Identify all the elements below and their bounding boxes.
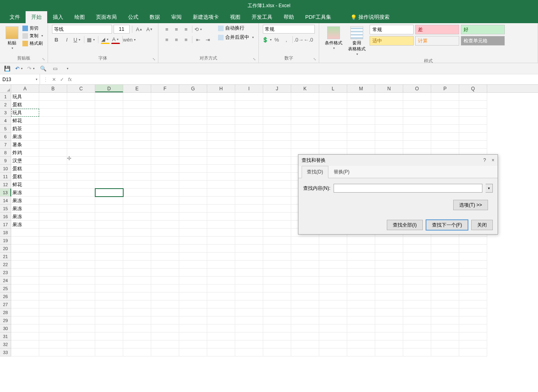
cell-P4[interactable] [431, 117, 459, 125]
name-box-input[interactable] [2, 77, 37, 82]
cell-J33[interactable] [263, 348, 291, 356]
cell-C33[interactable] [67, 348, 95, 356]
cell-A21[interactable] [11, 253, 39, 261]
cell-G4[interactable] [179, 117, 207, 125]
cell-O6[interactable] [403, 133, 431, 141]
ribbon-tab-4[interactable]: 页面布局 [90, 11, 122, 23]
cell-N26[interactable] [375, 293, 403, 300]
cell-O19[interactable] [403, 237, 431, 245]
cell-N4[interactable] [375, 117, 403, 125]
cell-F13[interactable] [151, 189, 179, 197]
cell-D18[interactable] [95, 229, 123, 237]
cell-H10[interactable] [207, 165, 235, 173]
cell-F31[interactable] [151, 332, 179, 340]
cell-F26[interactable] [151, 293, 179, 300]
col-header-H[interactable]: H [207, 85, 235, 92]
style-calc[interactable]: 计算 [415, 36, 459, 46]
cell-J8[interactable] [263, 149, 291, 157]
row-header-12[interactable]: 12 [0, 181, 11, 189]
cell-E14[interactable] [123, 197, 151, 205]
cell-G16[interactable] [179, 213, 207, 221]
cell-K20[interactable] [291, 245, 319, 253]
row-header-15[interactable]: 15 [0, 205, 11, 213]
cell-I11[interactable] [235, 173, 263, 181]
cell-I18[interactable] [235, 229, 263, 237]
cell-D21[interactable] [95, 253, 123, 261]
ribbon-tab-5[interactable]: 公式 [122, 11, 144, 23]
cell-N28[interactable] [375, 308, 403, 316]
cell-N19[interactable] [375, 237, 403, 245]
dialog-close-button[interactable]: × [492, 157, 494, 163]
cell-O31[interactable] [403, 332, 431, 340]
cell-O27[interactable] [403, 300, 431, 308]
cell-O26[interactable] [403, 293, 431, 300]
cell-B5[interactable] [39, 125, 67, 133]
cell-D7[interactable] [95, 141, 123, 149]
name-box[interactable]: ▼ [0, 74, 40, 84]
cell-L22[interactable] [319, 261, 347, 269]
cell-M2[interactable] [347, 101, 375, 109]
cell-M7[interactable] [347, 141, 375, 149]
cell-B12[interactable] [39, 181, 67, 189]
cell-B21[interactable] [39, 253, 67, 261]
row-header-32[interactable]: 32 [0, 340, 11, 348]
row-header-13[interactable]: 13 [0, 189, 11, 197]
cell-C25[interactable] [67, 285, 95, 293]
cell-G31[interactable] [179, 332, 207, 340]
cell-L23[interactable] [319, 269, 347, 277]
cell-D9[interactable] [95, 157, 123, 165]
find-content-dropdown[interactable]: ▾ [486, 184, 493, 193]
cell-B10[interactable] [39, 165, 67, 173]
ribbon-tab-10[interactable]: 开发工具 [246, 11, 278, 23]
cell-G28[interactable] [179, 308, 207, 316]
cell-D10[interactable] [95, 165, 123, 173]
ribbon-tab-3[interactable]: 绘图 [69, 11, 90, 23]
cell-G32[interactable] [179, 340, 207, 348]
cell-I6[interactable] [235, 133, 263, 141]
find-content-input[interactable] [334, 184, 482, 193]
cell-D31[interactable] [95, 332, 123, 340]
cell-E7[interactable] [123, 141, 151, 149]
row-header-28[interactable]: 28 [0, 308, 11, 316]
cell-B17[interactable] [39, 221, 67, 229]
cell-E4[interactable] [123, 117, 151, 125]
cell-H3[interactable] [207, 109, 235, 117]
cell-P1[interactable] [431, 93, 459, 101]
cell-N22[interactable] [375, 261, 403, 269]
col-header-A[interactable]: A [11, 85, 39, 92]
row-header-24[interactable]: 24 [0, 277, 11, 285]
table-format-button[interactable]: 套用 表格格式 ▼ [346, 25, 367, 57]
cell-C6[interactable] [67, 133, 95, 141]
cell-A10[interactable]: 蛋糕 [11, 165, 39, 173]
cell-K5[interactable] [291, 125, 319, 133]
cell-H11[interactable] [207, 173, 235, 181]
cell-Q26[interactable] [459, 293, 487, 300]
cell-I4[interactable] [235, 117, 263, 125]
cell-C17[interactable] [67, 221, 95, 229]
decrease-font-button[interactable]: A▼ [145, 25, 154, 34]
row-header-18[interactable]: 18 [0, 229, 11, 237]
cell-F14[interactable] [151, 197, 179, 205]
cell-C14[interactable] [67, 197, 95, 205]
cell-P26[interactable] [431, 293, 459, 300]
cell-G25[interactable] [179, 285, 207, 293]
row-header-23[interactable]: 23 [0, 269, 11, 277]
cell-J32[interactable] [263, 340, 291, 348]
cell-C23[interactable] [67, 269, 95, 277]
cell-G7[interactable] [179, 141, 207, 149]
cell-B32[interactable] [39, 340, 67, 348]
cell-C16[interactable] [67, 213, 95, 221]
cell-A27[interactable] [11, 300, 39, 308]
cell-L31[interactable] [319, 332, 347, 340]
cell-H22[interactable] [207, 261, 235, 269]
cell-L33[interactable] [319, 348, 347, 356]
style-bad[interactable]: 差 [415, 25, 459, 34]
cell-H27[interactable] [207, 300, 235, 308]
cell-G9[interactable] [179, 157, 207, 165]
cell-J10[interactable] [263, 165, 291, 173]
cell-M28[interactable] [347, 308, 375, 316]
font-name-input[interactable] [52, 25, 112, 34]
cell-M4[interactable] [347, 117, 375, 125]
cell-J5[interactable] [263, 125, 291, 133]
cell-G26[interactable] [179, 293, 207, 300]
